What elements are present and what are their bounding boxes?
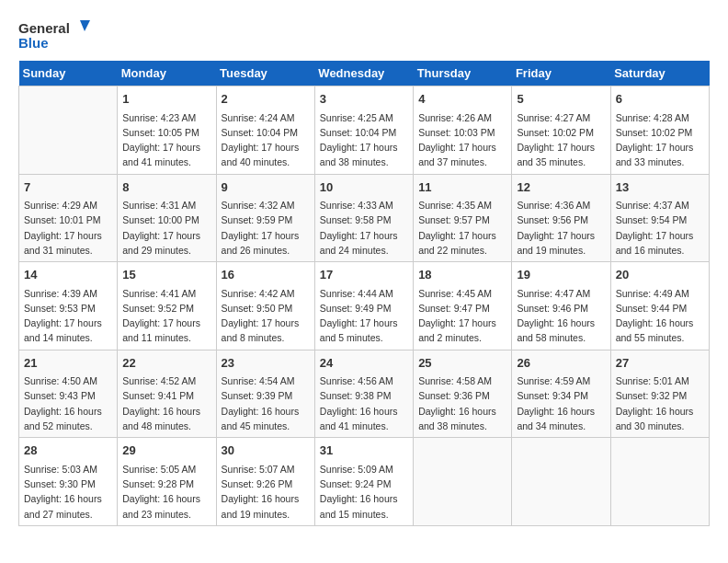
day-number: 11 xyxy=(418,178,506,197)
day-number: 2 xyxy=(222,90,310,109)
day-info: Sunrise: 5:09 AMSunset: 9:24 PMDaylight:… xyxy=(320,462,408,522)
day-number: 13 xyxy=(616,178,704,197)
day-number: 5 xyxy=(517,90,605,109)
calendar-cell: 10Sunrise: 4:33 AMSunset: 9:58 PMDayligh… xyxy=(314,174,413,262)
day-info: Sunrise: 4:54 AMSunset: 9:39 PMDaylight:… xyxy=(222,373,310,433)
calendar-cell: 8Sunrise: 4:31 AMSunset: 10:00 PMDayligh… xyxy=(118,174,216,262)
calendar-cell: 2Sunrise: 4:24 AMSunset: 10:04 PMDayligh… xyxy=(216,86,314,175)
day-number: 14 xyxy=(24,266,112,284)
day-number: 28 xyxy=(24,442,112,460)
day-info: Sunrise: 4:52 AMSunset: 9:41 PMDaylight:… xyxy=(122,373,210,433)
calendar-cell: 14Sunrise: 4:39 AMSunset: 9:53 PMDayligh… xyxy=(19,262,118,350)
calendar-cell: 26Sunrise: 4:59 AMSunset: 9:34 PMDayligh… xyxy=(512,350,610,438)
day-number: 29 xyxy=(122,442,210,460)
header-day-saturday: Saturday xyxy=(610,61,709,86)
calendar-cell: 22Sunrise: 4:52 AMSunset: 9:41 PMDayligh… xyxy=(118,350,216,438)
calendar-cell: 19Sunrise: 4:47 AMSunset: 9:46 PMDayligh… xyxy=(512,262,610,350)
day-number: 16 xyxy=(222,266,310,284)
day-info: Sunrise: 4:28 AMSunset: 10:02 PMDaylight… xyxy=(616,110,704,170)
day-number: 26 xyxy=(517,354,605,373)
header-day-wednesday: Wednesday xyxy=(314,61,413,86)
header-day-friday: Friday xyxy=(512,61,610,86)
day-info: Sunrise: 4:33 AMSunset: 9:58 PMDaylight:… xyxy=(320,198,408,258)
calendar-cell: 4Sunrise: 4:26 AMSunset: 10:03 PMDayligh… xyxy=(414,86,512,175)
day-number: 27 xyxy=(616,354,704,373)
calendar-cell: 25Sunrise: 4:58 AMSunset: 9:36 PMDayligh… xyxy=(414,350,512,438)
svg-text:Blue: Blue xyxy=(18,35,49,51)
day-info: Sunrise: 4:47 AMSunset: 9:46 PMDaylight:… xyxy=(517,286,605,346)
day-info: Sunrise: 5:01 AMSunset: 9:32 PMDaylight:… xyxy=(616,373,704,433)
calendar-cell: 7Sunrise: 4:29 AMSunset: 10:01 PMDayligh… xyxy=(19,174,118,262)
day-number: 21 xyxy=(24,354,112,373)
week-row-1: 1Sunrise: 4:23 AMSunset: 10:05 PMDayligh… xyxy=(19,86,710,175)
week-row-3: 14Sunrise: 4:39 AMSunset: 9:53 PMDayligh… xyxy=(19,262,710,350)
header-day-tuesday: Tuesday xyxy=(216,61,314,86)
calendar-cell: 13Sunrise: 4:37 AMSunset: 9:54 PMDayligh… xyxy=(610,174,709,262)
day-info: Sunrise: 5:03 AMSunset: 9:30 PMDaylight:… xyxy=(24,462,112,522)
calendar-cell: 17Sunrise: 4:44 AMSunset: 9:49 PMDayligh… xyxy=(314,262,413,350)
day-info: Sunrise: 4:26 AMSunset: 10:03 PMDaylight… xyxy=(418,110,506,170)
day-info: Sunrise: 4:27 AMSunset: 10:02 PMDaylight… xyxy=(517,110,605,170)
calendar-cell: 31Sunrise: 5:09 AMSunset: 9:24 PMDayligh… xyxy=(314,438,413,526)
calendar-cell xyxy=(414,438,512,526)
day-number: 23 xyxy=(222,354,310,373)
day-number: 12 xyxy=(517,178,605,197)
calendar-cell: 3Sunrise: 4:25 AMSunset: 10:04 PMDayligh… xyxy=(314,86,413,175)
day-info: Sunrise: 4:41 AMSunset: 9:52 PMDaylight:… xyxy=(122,286,210,346)
day-info: Sunrise: 4:24 AMSunset: 10:04 PMDaylight… xyxy=(222,110,310,170)
header-day-monday: Monday xyxy=(118,61,216,86)
day-number: 17 xyxy=(320,266,408,284)
header: GeneralBlue xyxy=(18,18,710,52)
calendar-cell: 24Sunrise: 4:56 AMSunset: 9:38 PMDayligh… xyxy=(314,350,413,438)
calendar-cell: 29Sunrise: 5:05 AMSunset: 9:28 PMDayligh… xyxy=(118,438,216,526)
calendar-cell: 9Sunrise: 4:32 AMSunset: 9:59 PMDaylight… xyxy=(216,174,314,262)
calendar-cell: 6Sunrise: 4:28 AMSunset: 10:02 PMDayligh… xyxy=(610,86,709,175)
day-info: Sunrise: 4:56 AMSunset: 9:38 PMDaylight:… xyxy=(320,373,408,433)
day-info: Sunrise: 5:05 AMSunset: 9:28 PMDaylight:… xyxy=(122,462,210,522)
day-number: 8 xyxy=(122,178,210,197)
calendar-cell: 18Sunrise: 4:45 AMSunset: 9:47 PMDayligh… xyxy=(414,262,512,350)
day-number: 31 xyxy=(320,442,408,460)
calendar-cell: 12Sunrise: 4:36 AMSunset: 9:56 PMDayligh… xyxy=(512,174,610,262)
calendar-cell: 20Sunrise: 4:49 AMSunset: 9:44 PMDayligh… xyxy=(610,262,709,350)
calendar-cell: 27Sunrise: 5:01 AMSunset: 9:32 PMDayligh… xyxy=(610,350,709,438)
calendar-cell xyxy=(610,438,709,526)
day-info: Sunrise: 4:35 AMSunset: 9:57 PMDaylight:… xyxy=(418,198,506,258)
header-row: SundayMondayTuesdayWednesdayThursdayFrid… xyxy=(19,61,710,86)
day-info: Sunrise: 4:32 AMSunset: 9:59 PMDaylight:… xyxy=(222,198,310,258)
day-info: Sunrise: 4:36 AMSunset: 9:56 PMDaylight:… xyxy=(517,198,605,258)
day-info: Sunrise: 4:45 AMSunset: 9:47 PMDaylight:… xyxy=(418,286,506,346)
calendar-cell: 11Sunrise: 4:35 AMSunset: 9:57 PMDayligh… xyxy=(414,174,512,262)
day-info: Sunrise: 4:42 AMSunset: 9:50 PMDaylight:… xyxy=(222,286,310,346)
day-info: Sunrise: 4:58 AMSunset: 9:36 PMDaylight:… xyxy=(418,373,506,433)
day-number: 24 xyxy=(320,354,408,373)
logo: GeneralBlue xyxy=(18,18,92,52)
day-info: Sunrise: 4:59 AMSunset: 9:34 PMDaylight:… xyxy=(517,373,605,433)
day-info: Sunrise: 4:44 AMSunset: 9:49 PMDaylight:… xyxy=(320,286,408,346)
calendar-cell xyxy=(19,86,118,175)
calendar-cell: 5Sunrise: 4:27 AMSunset: 10:02 PMDayligh… xyxy=(512,86,610,175)
day-info: Sunrise: 4:50 AMSunset: 9:43 PMDaylight:… xyxy=(24,373,112,433)
calendar-cell: 21Sunrise: 4:50 AMSunset: 9:43 PMDayligh… xyxy=(19,350,118,438)
header-day-thursday: Thursday xyxy=(414,61,512,86)
logo-svg: GeneralBlue xyxy=(18,18,92,52)
day-info: Sunrise: 4:37 AMSunset: 9:54 PMDaylight:… xyxy=(616,198,704,258)
day-info: Sunrise: 4:29 AMSunset: 10:01 PMDaylight… xyxy=(24,198,112,258)
calendar-cell: 1Sunrise: 4:23 AMSunset: 10:05 PMDayligh… xyxy=(118,86,216,175)
calendar-cell: 28Sunrise: 5:03 AMSunset: 9:30 PMDayligh… xyxy=(19,438,118,526)
day-number: 7 xyxy=(24,178,112,197)
svg-text:General: General xyxy=(18,20,70,36)
calendar-table: SundayMondayTuesdayWednesdayThursdayFrid… xyxy=(18,61,710,526)
calendar-cell: 23Sunrise: 4:54 AMSunset: 9:39 PMDayligh… xyxy=(216,350,314,438)
day-number: 9 xyxy=(222,178,310,197)
calendar-cell xyxy=(512,438,610,526)
day-number: 18 xyxy=(418,266,506,284)
day-info: Sunrise: 5:07 AMSunset: 9:26 PMDaylight:… xyxy=(222,462,310,522)
calendar-cell: 30Sunrise: 5:07 AMSunset: 9:26 PMDayligh… xyxy=(216,438,314,526)
day-info: Sunrise: 4:31 AMSunset: 10:00 PMDaylight… xyxy=(122,198,210,258)
day-number: 3 xyxy=(320,90,408,109)
day-info: Sunrise: 4:25 AMSunset: 10:04 PMDaylight… xyxy=(320,110,408,170)
day-number: 1 xyxy=(122,90,210,109)
day-number: 19 xyxy=(517,266,605,284)
header-day-sunday: Sunday xyxy=(19,61,118,86)
